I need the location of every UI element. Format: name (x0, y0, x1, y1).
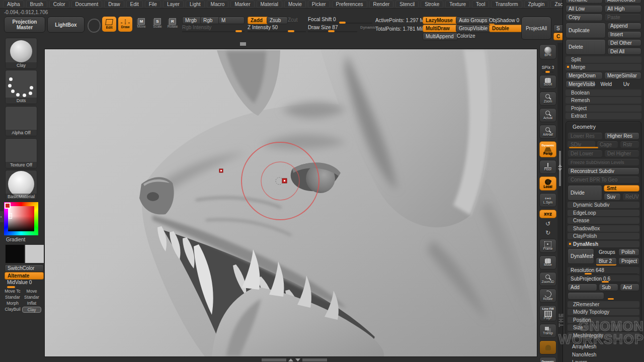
section-split[interactable]: Split (566, 56, 641, 63)
section-dynamic-subdiv[interactable]: Dynamic Subdiv (568, 202, 639, 208)
floor-button[interactable]: Floor (539, 160, 556, 174)
z-intensity-slider[interactable]: Z Intensity 50 (248, 25, 306, 30)
group-visible-button[interactable]: GroupVisible (456, 25, 492, 32)
menu-light[interactable]: Light (186, 1, 205, 8)
right-tray-divider[interactable] (557, 43, 562, 362)
section-crease[interactable]: Crease (568, 217, 639, 224)
dynamesh-button[interactable]: DynaMesh (568, 248, 594, 264)
rotate-view-button[interactable]: Rotate (539, 289, 556, 303)
lower-res-button[interactable]: Lower Res (568, 132, 603, 140)
menu-alpha[interactable]: Alpha (3, 1, 24, 8)
auto-groups-button[interactable]: Auto Groups (456, 17, 491, 24)
colorize-button[interactable]: Colorize (457, 33, 475, 39)
uv-button[interactable]: Uv (620, 80, 641, 88)
del-higher-button[interactable]: Del Higher (604, 150, 639, 157)
frame-button[interactable]: Frame (539, 239, 556, 253)
resolution-slider[interactable]: Resolution 648 (568, 267, 639, 274)
duplicate-button[interactable]: Duplicate (566, 23, 606, 38)
menu-draw[interactable]: Draw (104, 1, 124, 8)
rotate-ccw-button[interactable]: ↺ (541, 221, 554, 228)
all-high-button[interactable]: All High (604, 5, 641, 13)
gradient-label[interactable]: Gradient (6, 237, 25, 242)
menu-edit[interactable]: Edit (126, 1, 143, 8)
quick-brush-move-topo[interactable]: Move Tc (3, 289, 22, 294)
menu-color[interactable]: Color (49, 1, 69, 8)
quick-brush-standard-2[interactable]: Standar (22, 295, 41, 300)
multidraw-button[interactable]: MultiDraw (423, 25, 458, 32)
menu-layer[interactable]: Layer (163, 1, 184, 8)
menu-stencil[interactable]: Stencil (395, 1, 419, 8)
del-other-button[interactable]: Del Other (607, 39, 641, 46)
copy-button[interactable]: Copy (566, 14, 603, 21)
del-lower-button[interactable]: Del Lower (568, 150, 603, 157)
tray-down-arrow-icon[interactable] (295, 358, 300, 361)
section-shadowbox[interactable]: ShadowBox (568, 225, 639, 232)
section-modify-topology[interactable]: Modify Topology (568, 309, 639, 315)
zoom-button[interactable]: Zoom (539, 92, 556, 106)
current-brush-thumbnail[interactable]: Clay (5, 38, 37, 69)
menu-picker[interactable]: Picker (308, 1, 330, 8)
reuv-button[interactable]: ReUV (622, 193, 639, 201)
alpha-thumbnail[interactable]: Alpha Off (5, 106, 37, 136)
transp-button[interactable]: Transp (539, 324, 556, 338)
section-arraymesh[interactable]: ArrayMesh (566, 343, 641, 350)
draw-mode-button[interactable]: -︙- Draw (118, 17, 132, 32)
rotate-cw-button[interactable]: ↻ (541, 230, 554, 237)
lsym-button[interactable]: +•+L.Sym (539, 193, 556, 207)
section-position[interactable]: Position (568, 317, 639, 323)
dynamesh-sub-button[interactable]: Sub (599, 284, 618, 291)
quick-brush-morph[interactable]: Morph (3, 301, 22, 306)
aahalf-button[interactable]: AAHalf (539, 125, 556, 139)
local-button[interactable]: Local (539, 176, 556, 191)
move-view-button[interactable]: Move (539, 255, 556, 269)
spix-slider[interactable]: SPix 3 (542, 62, 554, 73)
rename-button[interactable]: Rename (566, 0, 603, 4)
section-edgeloop[interactable]: EdgeLoop (568, 210, 639, 216)
solo-button[interactable]: DynamicSolo (539, 357, 556, 362)
quick-brush-move[interactable]: Move (22, 289, 41, 294)
smt-button[interactable]: Smt (604, 185, 639, 192)
bpr-button[interactable]: BPR (539, 44, 556, 59)
section-merge[interactable]: Merge (566, 64, 641, 70)
alternate-button[interactable]: Alternate (5, 272, 44, 280)
subprojection-slider[interactable]: SubProjection 0.6 (568, 275, 639, 282)
dynamesh-polish-button[interactable]: Polish (618, 248, 639, 256)
multi-append-button[interactable]: MultiAppend (423, 33, 458, 40)
section-zremesher[interactable]: ZRemesher (568, 301, 639, 308)
rstr-button[interactable]: Rstr (620, 141, 639, 148)
m-button[interactable]: M (218, 17, 245, 24)
weld-button[interactable]: Weld (597, 80, 618, 88)
scale-mode-button[interactable]: SScale (151, 18, 164, 30)
section-layers[interactable]: Layers (566, 359, 641, 362)
rotate-mode-button[interactable]: RRotate (166, 18, 179, 30)
menu-marker[interactable]: Marker (230, 1, 254, 8)
project-all-button[interactable]: ProjectAll (521, 17, 551, 40)
sdiv-slider[interactable]: SDiv (568, 141, 595, 148)
dynamesh-and-button[interactable]: And (620, 284, 639, 291)
suv-button[interactable]: Suv (604, 193, 621, 201)
dynamesh-blur-slider[interactable]: Blur 2 (596, 257, 617, 265)
section-size[interactable]: Size (568, 324, 639, 331)
merge-similar-button[interactable]: MergeSimilar (604, 72, 641, 79)
menu-tool[interactable]: Tool (472, 1, 489, 8)
menu-zplugin[interactable]: Zplugin (524, 1, 549, 8)
actual-button[interactable]: Actual (539, 108, 556, 122)
tray-up-arrow-icon[interactable] (288, 358, 293, 361)
delete-button[interactable]: Delete (566, 39, 606, 55)
cage-button[interactable]: Cage (597, 141, 618, 148)
autoreorder-button[interactable]: AutoReorder (604, 0, 641, 4)
insert-button[interactable]: Insert (607, 31, 641, 38)
menu-texture[interactable]: Texture (445, 1, 470, 8)
section-boolean[interactable]: Boolean (566, 89, 641, 96)
material-thumbnail[interactable]: BasicMaterial (5, 170, 37, 200)
section-dynamesh[interactable]: DynaMesh (568, 241, 639, 247)
menu-stroke[interactable]: Stroke (421, 1, 443, 8)
dynamesh-groups-button[interactable]: Groups (596, 248, 617, 256)
ghost-button[interactable] (539, 340, 556, 354)
bottom-tray-handle[interactable] (262, 358, 327, 361)
primary-color-swatch[interactable] (5, 244, 25, 263)
quick-brush-clay-selected[interactable]: Clay (22, 307, 41, 313)
create-shell-button[interactable] (568, 292, 604, 300)
texture-thumbnail[interactable]: Texture Off (5, 138, 37, 168)
color-picker[interactable] (4, 202, 38, 235)
